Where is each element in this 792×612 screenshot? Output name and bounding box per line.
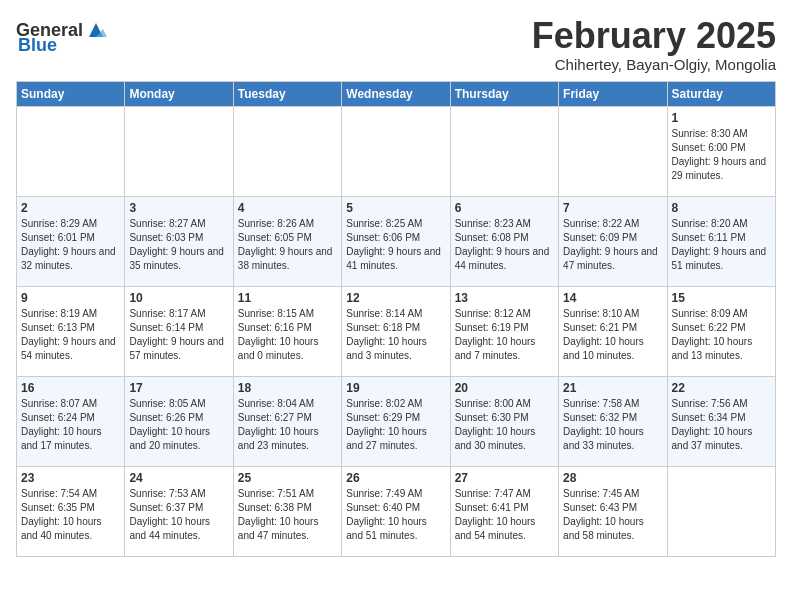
day-info: Sunrise: 8:04 AM Sunset: 6:27 PM Dayligh… bbox=[238, 397, 337, 453]
header-day-thursday: Thursday bbox=[450, 81, 558, 106]
day-number: 4 bbox=[238, 201, 337, 215]
day-number: 25 bbox=[238, 471, 337, 485]
day-number: 16 bbox=[21, 381, 120, 395]
calendar-day-cell: 22Sunrise: 7:56 AM Sunset: 6:34 PM Dayli… bbox=[667, 376, 775, 466]
day-info: Sunrise: 8:05 AM Sunset: 6:26 PM Dayligh… bbox=[129, 397, 228, 453]
day-info: Sunrise: 7:51 AM Sunset: 6:38 PM Dayligh… bbox=[238, 487, 337, 543]
day-info: Sunrise: 8:26 AM Sunset: 6:05 PM Dayligh… bbox=[238, 217, 337, 273]
day-info: Sunrise: 8:27 AM Sunset: 6:03 PM Dayligh… bbox=[129, 217, 228, 273]
calendar-day-cell: 3Sunrise: 8:27 AM Sunset: 6:03 PM Daylig… bbox=[125, 196, 233, 286]
calendar-day-cell: 27Sunrise: 7:47 AM Sunset: 6:41 PM Dayli… bbox=[450, 466, 558, 556]
day-number: 20 bbox=[455, 381, 554, 395]
day-number: 26 bbox=[346, 471, 445, 485]
header-day-tuesday: Tuesday bbox=[233, 81, 341, 106]
calendar-day-cell: 2Sunrise: 8:29 AM Sunset: 6:01 PM Daylig… bbox=[17, 196, 125, 286]
day-info: Sunrise: 8:25 AM Sunset: 6:06 PM Dayligh… bbox=[346, 217, 445, 273]
header-day-monday: Monday bbox=[125, 81, 233, 106]
day-info: Sunrise: 7:47 AM Sunset: 6:41 PM Dayligh… bbox=[455, 487, 554, 543]
day-number: 24 bbox=[129, 471, 228, 485]
day-number: 12 bbox=[346, 291, 445, 305]
day-number: 2 bbox=[21, 201, 120, 215]
title-block: February 2025 Chihertey, Bayan-Olgiy, Mo… bbox=[532, 16, 776, 73]
header-day-friday: Friday bbox=[559, 81, 667, 106]
day-number: 14 bbox=[563, 291, 662, 305]
calendar-day-cell: 21Sunrise: 7:58 AM Sunset: 6:32 PM Dayli… bbox=[559, 376, 667, 466]
day-number: 9 bbox=[21, 291, 120, 305]
day-info: Sunrise: 8:14 AM Sunset: 6:18 PM Dayligh… bbox=[346, 307, 445, 363]
day-info: Sunrise: 8:10 AM Sunset: 6:21 PM Dayligh… bbox=[563, 307, 662, 363]
day-info: Sunrise: 7:53 AM Sunset: 6:37 PM Dayligh… bbox=[129, 487, 228, 543]
day-info: Sunrise: 7:45 AM Sunset: 6:43 PM Dayligh… bbox=[563, 487, 662, 543]
day-number: 7 bbox=[563, 201, 662, 215]
day-info: Sunrise: 8:09 AM Sunset: 6:22 PM Dayligh… bbox=[672, 307, 771, 363]
day-number: 15 bbox=[672, 291, 771, 305]
calendar-day-cell: 25Sunrise: 7:51 AM Sunset: 6:38 PM Dayli… bbox=[233, 466, 341, 556]
calendar-day-cell: 23Sunrise: 7:54 AM Sunset: 6:35 PM Dayli… bbox=[17, 466, 125, 556]
calendar-day-cell: 28Sunrise: 7:45 AM Sunset: 6:43 PM Dayli… bbox=[559, 466, 667, 556]
day-number: 21 bbox=[563, 381, 662, 395]
day-info: Sunrise: 7:58 AM Sunset: 6:32 PM Dayligh… bbox=[563, 397, 662, 453]
day-info: Sunrise: 8:02 AM Sunset: 6:29 PM Dayligh… bbox=[346, 397, 445, 453]
logo: General Blue bbox=[16, 20, 107, 56]
day-number: 13 bbox=[455, 291, 554, 305]
day-number: 8 bbox=[672, 201, 771, 215]
day-info: Sunrise: 8:12 AM Sunset: 6:19 PM Dayligh… bbox=[455, 307, 554, 363]
header-day-wednesday: Wednesday bbox=[342, 81, 450, 106]
calendar-day-cell: 5Sunrise: 8:25 AM Sunset: 6:06 PM Daylig… bbox=[342, 196, 450, 286]
day-info: Sunrise: 8:07 AM Sunset: 6:24 PM Dayligh… bbox=[21, 397, 120, 453]
day-info: Sunrise: 8:30 AM Sunset: 6:00 PM Dayligh… bbox=[672, 127, 771, 183]
day-info: Sunrise: 8:19 AM Sunset: 6:13 PM Dayligh… bbox=[21, 307, 120, 363]
day-number: 28 bbox=[563, 471, 662, 485]
calendar-day-cell: 16Sunrise: 8:07 AM Sunset: 6:24 PM Dayli… bbox=[17, 376, 125, 466]
day-info: Sunrise: 7:56 AM Sunset: 6:34 PM Dayligh… bbox=[672, 397, 771, 453]
day-number: 23 bbox=[21, 471, 120, 485]
calendar-week-row: 23Sunrise: 7:54 AM Sunset: 6:35 PM Dayli… bbox=[17, 466, 776, 556]
day-number: 3 bbox=[129, 201, 228, 215]
subtitle: Chihertey, Bayan-Olgiy, Mongolia bbox=[532, 56, 776, 73]
calendar-day-cell: 9Sunrise: 8:19 AM Sunset: 6:13 PM Daylig… bbox=[17, 286, 125, 376]
calendar-day-cell: 24Sunrise: 7:53 AM Sunset: 6:37 PM Dayli… bbox=[125, 466, 233, 556]
day-number: 19 bbox=[346, 381, 445, 395]
calendar-day-cell: 26Sunrise: 7:49 AM Sunset: 6:40 PM Dayli… bbox=[342, 466, 450, 556]
month-title: February 2025 bbox=[532, 16, 776, 56]
calendar-week-row: 9Sunrise: 8:19 AM Sunset: 6:13 PM Daylig… bbox=[17, 286, 776, 376]
calendar-header-row: SundayMondayTuesdayWednesdayThursdayFrid… bbox=[17, 81, 776, 106]
calendar-day-cell bbox=[233, 106, 341, 196]
day-number: 18 bbox=[238, 381, 337, 395]
calendar-day-cell: 6Sunrise: 8:23 AM Sunset: 6:08 PM Daylig… bbox=[450, 196, 558, 286]
logo-icon bbox=[85, 19, 107, 41]
calendar-day-cell: 14Sunrise: 8:10 AM Sunset: 6:21 PM Dayli… bbox=[559, 286, 667, 376]
day-number: 5 bbox=[346, 201, 445, 215]
day-number: 17 bbox=[129, 381, 228, 395]
calendar-week-row: 16Sunrise: 8:07 AM Sunset: 6:24 PM Dayli… bbox=[17, 376, 776, 466]
day-info: Sunrise: 8:22 AM Sunset: 6:09 PM Dayligh… bbox=[563, 217, 662, 273]
logo-blue: Blue bbox=[18, 35, 57, 56]
calendar-day-cell: 17Sunrise: 8:05 AM Sunset: 6:26 PM Dayli… bbox=[125, 376, 233, 466]
day-info: Sunrise: 8:15 AM Sunset: 6:16 PM Dayligh… bbox=[238, 307, 337, 363]
calendar-day-cell: 4Sunrise: 8:26 AM Sunset: 6:05 PM Daylig… bbox=[233, 196, 341, 286]
page-header: General Blue February 2025 Chihertey, Ba… bbox=[16, 16, 776, 73]
calendar-day-cell: 20Sunrise: 8:00 AM Sunset: 6:30 PM Dayli… bbox=[450, 376, 558, 466]
day-info: Sunrise: 8:20 AM Sunset: 6:11 PM Dayligh… bbox=[672, 217, 771, 273]
day-info: Sunrise: 8:00 AM Sunset: 6:30 PM Dayligh… bbox=[455, 397, 554, 453]
calendar-table: SundayMondayTuesdayWednesdayThursdayFrid… bbox=[16, 81, 776, 557]
calendar-day-cell bbox=[559, 106, 667, 196]
calendar-day-cell bbox=[667, 466, 775, 556]
day-number: 10 bbox=[129, 291, 228, 305]
day-number: 1 bbox=[672, 111, 771, 125]
calendar-day-cell: 11Sunrise: 8:15 AM Sunset: 6:16 PM Dayli… bbox=[233, 286, 341, 376]
calendar-day-cell: 7Sunrise: 8:22 AM Sunset: 6:09 PM Daylig… bbox=[559, 196, 667, 286]
day-number: 11 bbox=[238, 291, 337, 305]
header-day-sunday: Sunday bbox=[17, 81, 125, 106]
calendar-day-cell: 10Sunrise: 8:17 AM Sunset: 6:14 PM Dayli… bbox=[125, 286, 233, 376]
day-info: Sunrise: 8:29 AM Sunset: 6:01 PM Dayligh… bbox=[21, 217, 120, 273]
header-day-saturday: Saturday bbox=[667, 81, 775, 106]
day-info: Sunrise: 7:49 AM Sunset: 6:40 PM Dayligh… bbox=[346, 487, 445, 543]
calendar-day-cell: 19Sunrise: 8:02 AM Sunset: 6:29 PM Dayli… bbox=[342, 376, 450, 466]
calendar-day-cell bbox=[450, 106, 558, 196]
day-number: 6 bbox=[455, 201, 554, 215]
day-number: 27 bbox=[455, 471, 554, 485]
day-info: Sunrise: 8:23 AM Sunset: 6:08 PM Dayligh… bbox=[455, 217, 554, 273]
day-info: Sunrise: 8:17 AM Sunset: 6:14 PM Dayligh… bbox=[129, 307, 228, 363]
calendar-day-cell bbox=[125, 106, 233, 196]
